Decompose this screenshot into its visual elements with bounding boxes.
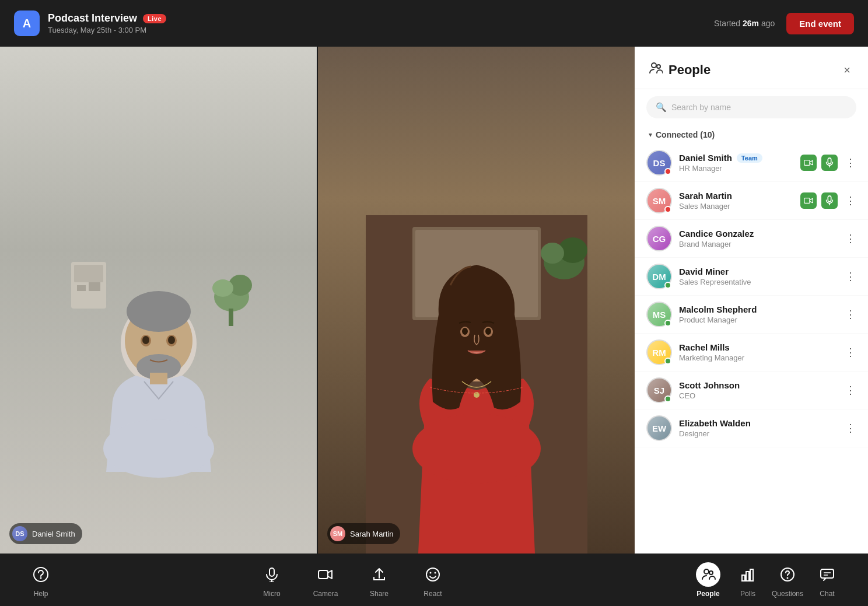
- video-name-right: Sarah Martin: [350, 530, 393, 538]
- person-info: Rachel MillsMarketing Manager: [679, 342, 835, 362]
- person-name: Malcolm Shepherd: [679, 304, 757, 314]
- svg-point-13: [142, 336, 149, 344]
- event-title: Podcast Interview: [48, 12, 137, 24]
- person-info: Sarah MartinSales Manager: [679, 191, 793, 211]
- end-event-button[interactable]: End event: [786, 13, 854, 34]
- person-info: Malcolm ShepherdProduct Manager: [679, 304, 835, 324]
- status-dot: [664, 206, 671, 213]
- status-dot: [664, 320, 671, 327]
- camera-icon: [313, 562, 338, 587]
- toolbar-item-micro[interactable]: Micro: [254, 562, 289, 598]
- react-icon: [421, 562, 445, 587]
- svg-point-49: [704, 569, 709, 574]
- people-panel: People × 🔍 ▾ Connected (10) DSDaniel Smi…: [635, 47, 868, 554]
- person-controls: ⋮: [842, 382, 859, 398]
- person-name: Rachel Mills: [679, 342, 730, 352]
- person-info: Scott JohnsonCEO: [679, 380, 835, 400]
- avatar: DM: [646, 264, 672, 289]
- svg-rect-38: [828, 196, 831, 202]
- avatar: SJ: [646, 377, 672, 403]
- toolbar-item-questions[interactable]: Questions: [770, 562, 805, 598]
- svg-point-40: [34, 568, 48, 582]
- panel-header: People ×: [635, 47, 868, 89]
- app-logo: A: [14, 10, 40, 36]
- more-options-button[interactable]: ⋮: [842, 192, 859, 209]
- list-item: DSDaniel SmithTeamHR Manager⋮: [635, 144, 868, 182]
- share-icon: [367, 562, 391, 587]
- person-name: David Miner: [679, 267, 729, 276]
- toolbar-center: Micro Camera Share: [254, 562, 450, 598]
- toolbar-item-polls[interactable]: Polls: [730, 562, 765, 598]
- camera-control-icon[interactable]: [800, 192, 817, 209]
- avatar: MS: [646, 302, 672, 327]
- more-options-button[interactable]: ⋮: [842, 382, 859, 398]
- header-title-row: Podcast Interview Live: [48, 12, 166, 24]
- svg-point-31: [412, 414, 541, 484]
- video-name-left: Daniel Smith: [32, 530, 75, 538]
- person-role: Sales Representative: [679, 278, 835, 286]
- toolbar-item-help[interactable]: Help: [23, 562, 58, 598]
- list-item: EWElizabeth WaldenDesigner⋮: [635, 409, 868, 447]
- video-area: DS Daniel Smith: [0, 47, 635, 554]
- status-dot: [664, 168, 671, 175]
- panel-close-button[interactable]: ×: [838, 61, 856, 79]
- bottom-toolbar: Help Micro Camera: [0, 554, 868, 606]
- avatar: SM: [646, 188, 672, 213]
- people-list: DSDaniel SmithTeamHR Manager⋮SMSarah Mar…: [635, 144, 868, 554]
- person-controls: ⋮: [842, 306, 859, 323]
- toolbar-label-share: Share: [370, 590, 388, 598]
- svg-rect-37: [804, 198, 810, 204]
- svg-rect-52: [746, 572, 749, 581]
- questions-icon: [775, 562, 800, 587]
- event-subtitle: Tuesday, May 25th - 3:00 PM: [48, 26, 166, 34]
- svg-point-29: [485, 328, 491, 335]
- svg-rect-35: [828, 158, 831, 164]
- svg-rect-56: [821, 569, 834, 578]
- svg-rect-51: [742, 575, 745, 581]
- toolbar-item-chat[interactable]: Chat: [810, 562, 845, 598]
- more-options-button[interactable]: ⋮: [842, 230, 859, 247]
- video-silhouette-right: [366, 215, 587, 554]
- toolbar-item-camera[interactable]: Camera: [308, 562, 343, 598]
- person-name: Candice Gonzalez: [679, 229, 754, 239]
- search-bar: 🔍: [646, 96, 856, 118]
- svg-point-23: [541, 243, 564, 264]
- toolbar-label-polls: Polls: [740, 590, 755, 598]
- more-options-button[interactable]: ⋮: [842, 306, 859, 323]
- person-name: Sarah Martin: [679, 191, 732, 201]
- more-options-button[interactable]: ⋮: [842, 268, 859, 285]
- avatar: CG: [646, 226, 672, 251]
- toolbar-item-share[interactable]: Share: [362, 562, 397, 598]
- svg-point-50: [709, 571, 713, 575]
- svg-point-47: [430, 572, 432, 573]
- toolbar-label-questions: Questions: [772, 590, 803, 598]
- more-options-button[interactable]: ⋮: [842, 155, 859, 171]
- more-options-button[interactable]: ⋮: [842, 420, 859, 436]
- person-info: David MinerSales Representative: [679, 267, 835, 286]
- svg-rect-2: [77, 285, 86, 291]
- mic-control-icon[interactable]: [821, 192, 838, 209]
- live-badge: Live: [143, 14, 166, 23]
- more-options-button[interactable]: ⋮: [842, 344, 859, 360]
- search-icon: 🔍: [656, 102, 667, 113]
- toolbar-item-people[interactable]: People: [691, 562, 726, 598]
- video-name-tag-right: SM Sarah Martin: [327, 523, 400, 544]
- video-tile-right: SM Sarah Martin: [317, 47, 635, 554]
- mic-control-icon[interactable]: [821, 155, 838, 171]
- started-time: Started 26m ago: [714, 19, 775, 28]
- svg-point-55: [787, 577, 789, 579]
- svg-point-41: [40, 577, 42, 579]
- person-role: Designer: [679, 429, 835, 438]
- toolbar-item-react[interactable]: React: [415, 562, 450, 598]
- chevron-icon: ▾: [649, 131, 652, 139]
- person-role: HR Manager: [679, 164, 793, 173]
- camera-control-icon[interactable]: [800, 155, 817, 171]
- svg-point-6: [212, 279, 233, 297]
- video-tile-left: DS Daniel Smith: [0, 47, 317, 554]
- people-icon: [696, 562, 720, 587]
- search-input[interactable]: [671, 103, 847, 112]
- list-item: DMDavid MinerSales Representative⋮: [635, 258, 868, 296]
- svg-point-14: [168, 336, 175, 344]
- svg-point-17: [103, 419, 214, 478]
- person-info: Candice GonzalezBrand Manager: [679, 229, 835, 248]
